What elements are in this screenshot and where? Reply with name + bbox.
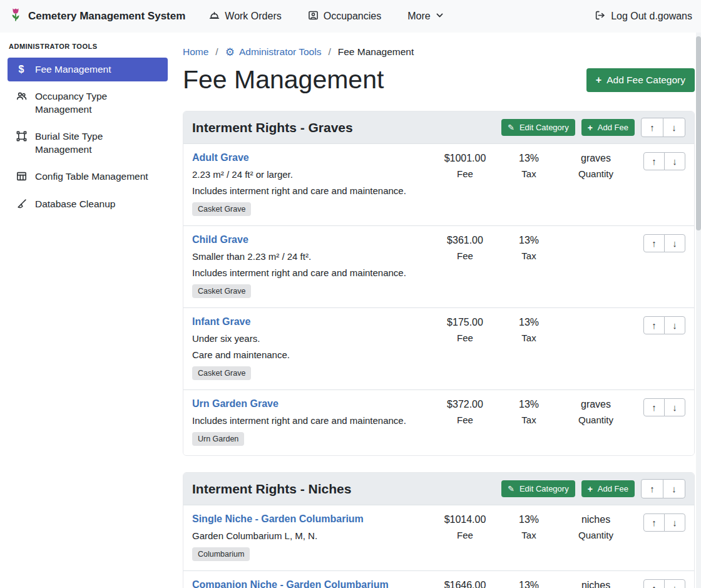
move-fee-down-button[interactable]: ↓	[664, 398, 685, 416]
fee-tax-label: Tax	[499, 250, 559, 261]
fee-info: Urn Garden Grave Includes interment righ…	[192, 398, 431, 446]
nav-more[interactable]: More	[407, 10, 443, 23]
nav-occupancies-label: Occupancies	[324, 11, 382, 22]
app-title: Cemetery Management System	[28, 10, 185, 23]
logout-button[interactable]: Log Out d.gowans	[595, 10, 692, 23]
arrow-up-icon: ↑	[652, 238, 657, 249]
gear-icon: ⚙	[225, 47, 235, 58]
fee-name-link[interactable]: Companion Niche - Garden Columbarium	[192, 579, 389, 588]
fee-amount-column: $372.00 Fee	[431, 398, 499, 446]
fee-description: Smaller than 2.23 m² / 24 ft².	[192, 251, 426, 262]
move-category-up-button[interactable]: ↑	[641, 479, 663, 498]
fee-amount: $1014.00	[431, 514, 499, 525]
nav-work-orders[interactable]: Work Orders	[209, 10, 281, 23]
admin-tools-sidebar: ADMINISTRATOR TOOLS $ Fee Management Occ…	[0, 33, 175, 588]
fee-name-link[interactable]: Adult Grave	[192, 152, 249, 163]
sidebar-item-label: Fee Management	[35, 63, 111, 76]
fee-name-link[interactable]: Urn Garden Grave	[192, 398, 279, 410]
fee-tax-column: 13% Tax	[499, 513, 559, 561]
breadcrumb-admin-tools-link[interactable]: ⚙ Administrator Tools	[225, 46, 322, 58]
fee-amount-column: $361.00 Fee	[431, 234, 499, 298]
arrow-up-icon: ↑	[652, 517, 657, 528]
sidebar-item-fee-management[interactable]: $ Fee Management	[8, 58, 168, 81]
fee-description: Garden Columbarium L, M, N.	[192, 530, 426, 541]
flower-logo-icon	[9, 6, 23, 26]
fee-name-link[interactable]: Child Grave	[192, 234, 248, 245]
hard-hat-icon	[209, 10, 220, 23]
fee-tax-column: 13% Tax	[499, 579, 559, 588]
main-content: Home / ⚙ Administrator Tools / Fee Manag…	[175, 33, 701, 588]
move-fee-up-button[interactable]: ↑	[643, 513, 665, 532]
fee-info: Companion Niche - Garden Columbarium Gar…	[192, 579, 431, 588]
move-fee-up-button[interactable]: ↑	[643, 234, 665, 252]
fee-name-link[interactable]: Infant Grave	[192, 316, 250, 328]
category-header: Interment Rights - Graves ✎ Edit Categor…	[183, 111, 694, 143]
fee-row: Child Grave Smaller than 2.23 m² / 24 ft…	[183, 225, 694, 307]
edit-category-button[interactable]: ✎ Edit Category	[501, 119, 575, 136]
sidebar-item-burial-site-type-management[interactable]: Burial Site Type Management	[8, 125, 168, 162]
arrow-up-icon: ↑	[650, 122, 655, 133]
breadcrumb-separator: /	[328, 46, 330, 58]
page-title: Fee Management	[183, 65, 384, 95]
add-fee-button[interactable]: + Add Fee	[581, 480, 635, 497]
nav-occupancies[interactable]: Occupancies	[308, 10, 382, 23]
arrow-down-icon: ↓	[672, 583, 677, 588]
occupant-icon	[308, 10, 319, 23]
scrollbar-thumb[interactable]	[696, 36, 701, 230]
fee-type-badge: Casket Grave	[192, 366, 251, 380]
add-fee-button[interactable]: + Add Fee	[581, 119, 635, 136]
fee-quantity-label: Quantity	[559, 530, 633, 540]
dollar-icon: $	[14, 64, 28, 75]
move-fee-down-button[interactable]: ↓	[664, 513, 685, 532]
arrow-up-icon: ↑	[652, 583, 657, 588]
fee-amount-column: $1001.00 Fee	[431, 152, 499, 216]
fee-amount-column: $1646.00 Fee	[431, 579, 499, 588]
move-fee-down-button[interactable]: ↓	[664, 234, 685, 252]
arrow-down-icon: ↓	[672, 122, 677, 133]
fee-tax-column: 13% Tax	[499, 316, 559, 380]
move-fee-up-button[interactable]: ↑	[643, 398, 665, 416]
pencil-icon: ✎	[508, 123, 514, 132]
plus-icon: +	[588, 485, 593, 493]
move-fee-down-button[interactable]: ↓	[664, 579, 685, 588]
fee-quantity-column: niches Quantity	[559, 513, 633, 561]
breadcrumb-separator: /	[215, 46, 218, 58]
fee-reorder-group: ↑ ↓	[633, 398, 685, 446]
fee-quantity-column	[559, 316, 633, 380]
category-reorder-group: ↑ ↓	[641, 479, 685, 498]
edit-category-button[interactable]: ✎ Edit Category	[501, 480, 575, 497]
fee-type-badge: Columbarium	[192, 547, 250, 561]
app-brand[interactable]: Cemetery Management System	[9, 6, 185, 26]
move-fee-down-button[interactable]: ↓	[664, 316, 685, 334]
move-category-up-button[interactable]: ↑	[641, 118, 663, 137]
fee-name-link[interactable]: Single Niche - Garden Columbarium	[192, 513, 364, 525]
pencil-icon: ✎	[508, 485, 514, 493]
move-fee-up-button[interactable]: ↑	[643, 152, 665, 170]
fee-amount: $1001.00	[431, 153, 499, 164]
fee-amount: $361.00	[431, 235, 499, 246]
sidebar-heading: ADMINISTRATOR TOOLS	[9, 43, 168, 50]
arrow-up-icon: ↑	[652, 320, 657, 331]
fee-tax: 13%	[499, 235, 559, 246]
plus-icon: +	[588, 123, 593, 132]
sidebar-item-config-table-management[interactable]: Config Table Management	[8, 165, 168, 188]
page-scrollbar[interactable]	[696, 33, 701, 588]
sidebar-item-label: Config Table Management	[35, 170, 148, 183]
move-category-down-button[interactable]: ↓	[663, 479, 685, 498]
arrow-down-icon: ↓	[672, 402, 677, 413]
sidebar-item-occupancy-type-management[interactable]: Occupancy Type Management	[8, 85, 168, 121]
arrow-down-icon: ↓	[672, 320, 677, 331]
table-icon	[14, 171, 28, 182]
move-fee-up-button[interactable]: ↑	[643, 316, 665, 334]
title-row: Fee Management + Add Fee Category	[183, 65, 695, 95]
breadcrumb-home-link[interactable]: Home	[183, 46, 208, 58]
sidebar-item-database-cleanup[interactable]: Database Cleanup	[8, 192, 168, 216]
move-category-down-button[interactable]: ↓	[663, 118, 685, 137]
fee-tax: 13%	[499, 399, 559, 410]
add-fee-category-button[interactable]: + Add Fee Category	[586, 68, 695, 92]
move-fee-up-button[interactable]: ↑	[643, 579, 665, 588]
fee-amount-column: $175.00 Fee	[431, 316, 499, 380]
fee-quantity-column: niches Quantity	[559, 579, 633, 588]
fee-reorder-group: ↑ ↓	[633, 513, 685, 561]
move-fee-down-button[interactable]: ↓	[664, 152, 685, 170]
